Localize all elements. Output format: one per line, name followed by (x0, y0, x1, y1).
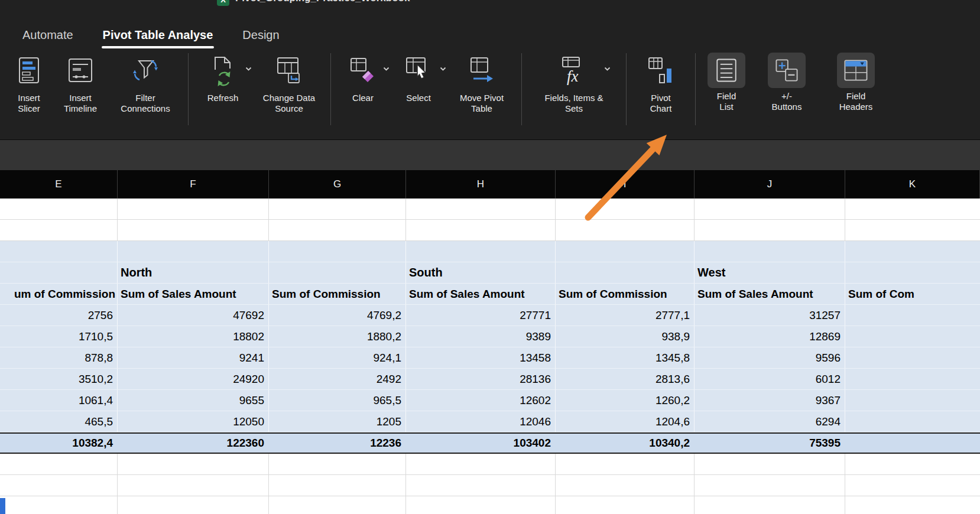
cell[interactable]: 465,5 (0, 411, 118, 432)
total-cell[interactable]: 103402 (406, 434, 556, 453)
cell[interactable]: 9655 (118, 390, 269, 411)
pivot-blank-row[interactable] (0, 241, 980, 262)
tab-pivot-table-analyse[interactable]: Pivot Table Analyse (103, 28, 213, 42)
cell[interactable]: 2492 (269, 369, 406, 389)
cell[interactable] (845, 347, 980, 368)
sheet-row-empty[interactable] (0, 496, 980, 514)
value-header[interactable]: Sum of Sales Amount (695, 284, 845, 304)
select-button[interactable]: Select (390, 51, 447, 103)
cell[interactable]: 47692 (118, 305, 269, 326)
cell[interactable]: 4769,2 (269, 305, 406, 326)
total-cell[interactable]: 75395 (695, 434, 845, 453)
cell[interactable]: 1710,5 (0, 326, 118, 347)
total-cell[interactable]: 12236 (269, 434, 406, 453)
cell[interactable]: 13458 (406, 347, 556, 368)
cell[interactable]: 1260,2 (556, 390, 695, 411)
cell[interactable]: 1345,8 (556, 347, 695, 368)
sheet-row-empty[interactable] (0, 199, 980, 220)
region-label-west[interactable]: West (695, 262, 845, 283)
cell[interactable]: 2756 (0, 305, 118, 326)
sheet-row-empty[interactable] (0, 475, 980, 496)
cell[interactable]: 1880,2 (269, 326, 406, 347)
column-header-i[interactable]: I (556, 170, 695, 199)
ribbon-group-divider (695, 53, 696, 125)
cell[interactable]: 12869 (695, 326, 845, 347)
refresh-icon (193, 51, 252, 90)
cell[interactable]: 1205 (269, 411, 406, 432)
cell[interactable]: 924,1 (269, 347, 406, 368)
cell[interactable]: 2777,1 (556, 305, 695, 326)
cell[interactable] (0, 262, 118, 283)
insert-slicer-button[interactable]: Insert Slicer (5, 51, 53, 114)
cell[interactable]: 6012 (695, 369, 845, 389)
cell[interactable] (845, 411, 980, 432)
cell[interactable]: 12602 (406, 390, 556, 411)
cell[interactable]: 27771 (406, 305, 556, 326)
value-header[interactable]: Sum of Commission (556, 284, 695, 304)
cell[interactable] (845, 390, 980, 411)
cell[interactable]: 9241 (118, 347, 269, 368)
cell[interactable]: 12046 (406, 411, 556, 432)
sheet-row-empty[interactable] (0, 220, 980, 241)
field-headers-button[interactable]: Field Headers (821, 51, 891, 112)
cell[interactable]: 938,9 (556, 326, 695, 347)
column-header-f[interactable]: F (118, 170, 269, 199)
cell[interactable]: 9389 (406, 326, 556, 347)
value-header[interactable]: Sum of Com (845, 284, 980, 304)
cell[interactable]: 18802 (118, 326, 269, 347)
field-list-button[interactable]: Field List (700, 51, 752, 112)
clear-button[interactable]: Clear (336, 51, 390, 103)
column-header-k[interactable]: K (845, 170, 980, 199)
value-header[interactable]: Sum of Sales Amount (406, 284, 556, 304)
sheet-row-empty[interactable] (0, 454, 980, 475)
plus-minus-buttons-button[interactable]: +/- Buttons (760, 51, 814, 112)
cell[interactable]: 31257 (695, 305, 845, 326)
cell[interactable]: 9367 (695, 390, 845, 411)
change-data-source-icon (252, 51, 326, 90)
filter-connections-button[interactable]: Filter Connections (108, 51, 183, 114)
pivot-chart-button[interactable]: Pivot Chart (631, 51, 690, 114)
pivot-chart-icon (631, 51, 690, 90)
value-header[interactable]: Sum of Sales Amount (118, 284, 269, 304)
column-header-h[interactable]: H (406, 170, 556, 199)
cell[interactable]: 965,5 (269, 390, 406, 411)
cell[interactable] (845, 326, 980, 347)
total-cell[interactable]: 122360 (118, 434, 269, 453)
value-header[interactable]: Sum of Commission (269, 284, 406, 304)
formula-bar-strip (0, 139, 980, 170)
column-header-j[interactable]: J (695, 170, 845, 199)
cell[interactable]: 1061,4 (0, 390, 118, 411)
cell[interactable]: 28136 (406, 369, 556, 389)
tab-automate[interactable]: Automate (22, 28, 73, 42)
cell[interactable] (845, 369, 980, 389)
value-header[interactable]: um of Commission (0, 284, 118, 304)
cell[interactable]: 878,8 (0, 347, 118, 368)
cell[interactable]: 24920 (118, 369, 269, 389)
cell[interactable]: 3510,2 (0, 369, 118, 389)
total-cell[interactable]: 10340,2 (556, 434, 695, 453)
cell[interactable]: 12050 (118, 411, 269, 432)
fields-items-sets-button[interactable]: fx Fields, Items & Sets (527, 51, 621, 114)
total-cell[interactable]: 10382,4 (0, 434, 118, 453)
move-pivot-table-button[interactable]: Move Pivot Table (447, 51, 517, 114)
cell[interactable]: 1204,6 (556, 411, 695, 432)
refresh-button[interactable]: Refresh (193, 51, 252, 103)
cell[interactable] (269, 262, 406, 283)
clear-icon (336, 51, 390, 90)
insert-timeline-button[interactable]: Insert Timeline (53, 51, 108, 114)
total-cell[interactable] (845, 434, 980, 453)
tab-design[interactable]: Design (242, 28, 279, 42)
column-header-g[interactable]: G (269, 170, 406, 199)
change-data-source-button[interactable]: Change Data Source (252, 51, 326, 114)
cell[interactable]: 9596 (695, 347, 845, 368)
selection-fragment (0, 498, 5, 514)
insert-timeline-icon (53, 51, 108, 90)
cell[interactable]: 6294 (695, 411, 845, 432)
column-header-e[interactable]: E (0, 170, 118, 199)
cell[interactable] (845, 262, 980, 283)
region-label-north[interactable]: North (118, 262, 269, 283)
cell[interactable] (845, 305, 980, 326)
region-label-south[interactable]: South (406, 262, 556, 283)
cell[interactable]: 2813,6 (556, 369, 695, 389)
cell[interactable] (556, 262, 695, 283)
